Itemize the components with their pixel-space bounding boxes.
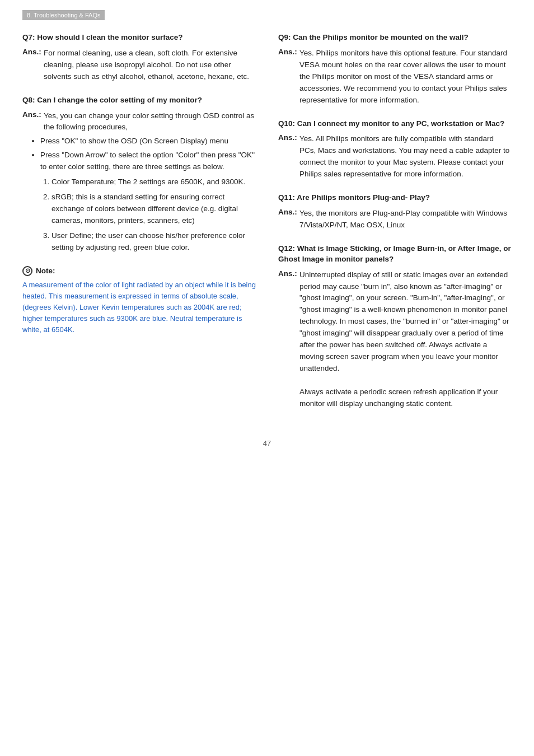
qa-block-q9: Q9: Can the Philips monitor be mounted o… (278, 32, 512, 106)
numbered-item-2: sRGB; this is a standard setting for ens… (51, 192, 256, 227)
bullet-list-q8: Press "OK" to show the OSD (On Screen Di… (40, 136, 256, 173)
answer-label-q10: Ans.: (278, 133, 299, 180)
question-q8: Q8: Can I change the color setting of my… (22, 95, 256, 106)
answer-text-q8: Yes, you can change your color setting t… (44, 110, 256, 134)
breadcrumb: 8. Troubleshooting & FAQs (22, 10, 105, 20)
answer-text-q12-part2: Always activate a periodic screen refres… (299, 388, 498, 408)
answer-block-q8: Ans.: Yes, you can change your color set… (22, 110, 256, 134)
answer-label-q7: Ans.: (22, 48, 44, 83)
numbered-item-1: Color Temperature; The 2 settings are 65… (51, 176, 256, 188)
numbered-list-q8: Color Temperature; The 2 settings are 65… (51, 176, 256, 254)
answer-label-q12: Ans.: (278, 269, 299, 410)
answer-text-q11: Yes, the monitors are Plug-and-Play comp… (299, 208, 512, 231)
qa-block-q8: Q8: Can I change the color setting of my… (22, 95, 256, 254)
question-q7: Q7: How should I clean the monitor surfa… (22, 32, 256, 43)
answer-block-q9: Ans.: Yes. Philips monitors have this op… (278, 48, 512, 106)
answer-block-q7: Ans.: For normal cleaning, use a clean, … (22, 48, 256, 83)
note-header-text: Note: (36, 267, 55, 275)
answer-label-q9: Ans.: (278, 48, 299, 106)
question-q10: Q10: Can I connect my monitor to any PC,… (278, 119, 512, 129)
answer-text-q12-part1: Uninterrupted display of still or static… (299, 270, 509, 372)
qa-block-q7: Q7: How should I clean the monitor surfa… (22, 32, 256, 83)
question-q9: Q9: Can the Philips monitor be mounted o… (278, 32, 512, 43)
page-number: 47 (22, 439, 512, 447)
two-column-layout: Q7: How should I clean the monitor surfa… (22, 32, 512, 422)
bullet-item-2: Press "Down Arrow" to select the option … (40, 150, 256, 173)
note-text: A measurement of the color of light radi… (22, 279, 256, 336)
question-q11: Q11: Are Philips monitors Plug-and- Play… (278, 193, 512, 203)
answer-block-q10: Ans.: Yes. All Philips monitors are full… (278, 133, 512, 180)
bullet-item-1: Press "OK" to show the OSD (On Screen Di… (40, 136, 256, 147)
note-box: ⊙ Note: A measurement of the color of li… (22, 266, 256, 336)
answer-text-q10: Yes. All Philips monitors are fully comp… (299, 133, 512, 180)
right-column: Q9: Can the Philips monitor be mounted o… (278, 32, 512, 422)
qa-block-q10: Q10: Can I connect my monitor to any PC,… (278, 119, 512, 181)
numbered-item-3: User Define; the user can choose his/her… (51, 230, 256, 254)
note-header: ⊙ Note: (22, 266, 256, 276)
answer-block-q12: Ans.: Uninterrupted display of still or … (278, 269, 512, 410)
left-column: Q7: How should I clean the monitor surfa… (22, 32, 256, 422)
qa-block-q12: Q12: What is Image Sticking, or Image Bu… (278, 244, 512, 410)
answer-text-q12: Uninterrupted display of still or static… (299, 269, 512, 410)
answer-text-q7: For normal cleaning, use a clean, soft c… (44, 48, 256, 83)
answer-block-q11: Ans.: Yes, the monitors are Plug-and-Pla… (278, 208, 512, 231)
page: 8. Troubleshooting & FAQs Q7: How should… (0, 0, 534, 756)
answer-text-q9: Yes. Philips monitors have this optional… (299, 48, 512, 106)
question-q12: Q12: What is Image Sticking, or Image Bu… (278, 244, 512, 265)
answer-label-q8: Ans.: (22, 110, 44, 134)
qa-block-q11: Q11: Are Philips monitors Plug-and- Play… (278, 193, 512, 231)
answer-label-q11: Ans.: (278, 208, 299, 231)
note-icon: ⊙ (22, 266, 32, 276)
